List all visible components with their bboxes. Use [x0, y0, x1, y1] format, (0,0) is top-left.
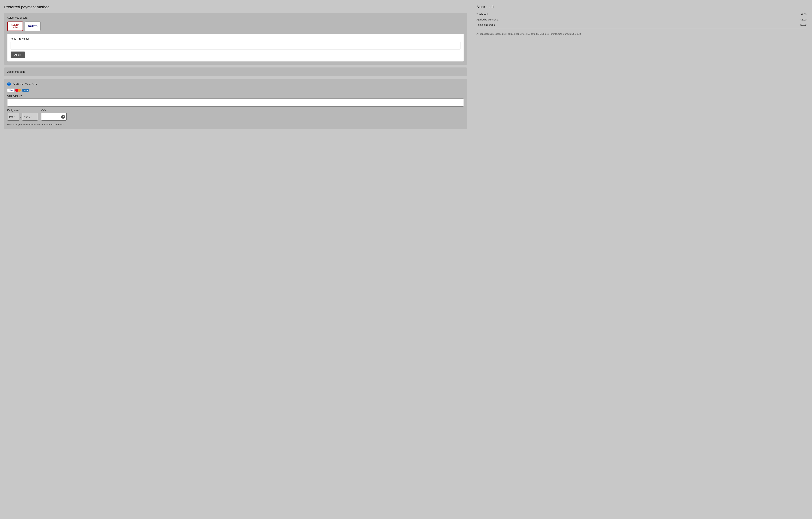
rakuten-kobo-logo: Rakuten kobo — [11, 24, 19, 28]
chevron-down-icon: ▾ — [14, 116, 15, 118]
expiry-cvv-row: Expiry date * MM ▾ / YYYY ▾ C — [7, 109, 464, 120]
slash-divider: / — [21, 115, 21, 118]
card-logos: VISA AMEX — [7, 88, 464, 92]
card-type-label: Select type of card: — [7, 16, 464, 19]
pin-section: Kobo PIN Number Apply — [7, 34, 464, 61]
credit-card-radio-label: Credit card / Visa Debit — [12, 83, 37, 85]
right-panel: Store credit Total credit: $1.00 Applied… — [471, 0, 812, 519]
cvv-help-icon[interactable]: ? — [61, 115, 65, 119]
mastercard-logo — [15, 88, 21, 92]
credit-card-section: Credit card / Visa Debit VISA AMEX Card … — [4, 79, 467, 129]
total-credit-label: Total credit: — [476, 13, 489, 16]
transaction-notice: All transactions processed by Rakuten Ko… — [476, 32, 807, 36]
expiry-month-dropdown[interactable]: MM ▾ — [7, 113, 20, 120]
cvv-label: CVV * — [41, 109, 66, 112]
mc-circle-right — [18, 89, 21, 92]
save-info-text: We'll save your payment information for … — [7, 123, 464, 126]
expiry-year-dropdown[interactable]: YYYY ▾ — [22, 113, 38, 120]
card-number-label: Card number * — [7, 94, 464, 97]
expiry-year-value: YYYY — [24, 115, 30, 118]
indigo-card-option[interactable]: !ndigo — [25, 22, 40, 31]
applied-credit-value: -$1.00 — [800, 18, 807, 21]
credit-card-radio-row: Credit card / Visa Debit — [7, 82, 464, 86]
pin-label: Kobo PIN Number — [10, 37, 460, 40]
amex-logo: AMEX — [22, 89, 29, 91]
cvv-input-wrapper: ? — [41, 113, 66, 120]
expiry-inputs: MM ▾ / YYYY ▾ — [7, 113, 38, 120]
applied-credit-label: Applied to purchase: — [476, 18, 499, 21]
remaining-credit-value: $0.00 — [801, 23, 807, 26]
kobo-text: kobo — [13, 26, 18, 28]
card-options-row: Rakuten kobo !ndigo — [7, 22, 464, 31]
promo-section: Add promo code — [4, 67, 467, 76]
cvv-input[interactable] — [43, 115, 60, 118]
card-type-section: Select type of card: Rakuten kobo !ndigo… — [4, 13, 467, 65]
applied-credit-row: Applied to purchase: -$1.00 — [476, 18, 807, 21]
cvv-group: CVV * ? — [41, 109, 66, 120]
credit-card-radio[interactable] — [7, 82, 11, 86]
add-promo-code-link[interactable]: Add promo code — [7, 71, 25, 73]
expiry-label: Expiry date * — [7, 109, 38, 112]
total-credit-row: Total credit: $1.00 — [476, 13, 807, 16]
expiry-group: Expiry date * MM ▾ / YYYY ▾ — [7, 109, 38, 120]
remaining-credit-label: Remaining credit: — [476, 23, 495, 26]
pin-input[interactable] — [10, 42, 460, 50]
store-credit-title: Store credit — [476, 5, 807, 9]
apply-button[interactable]: Apply — [10, 52, 25, 58]
chevron-down-icon: ▾ — [32, 116, 32, 118]
remaining-credit-row: Remaining credit: $0.00 — [476, 23, 807, 26]
left-panel: Preferred payment method Select type of … — [0, 0, 471, 519]
rakuten-kobo-card-option[interactable]: Rakuten kobo — [7, 22, 23, 31]
page-title: Preferred payment method — [4, 5, 467, 9]
total-credit-value: $1.00 — [801, 13, 807, 16]
expiry-month-value: MM — [9, 115, 13, 118]
card-number-input[interactable] — [7, 99, 464, 107]
indigo-logo: !ndigo — [28, 24, 38, 28]
visa-logo: VISA — [7, 88, 14, 92]
